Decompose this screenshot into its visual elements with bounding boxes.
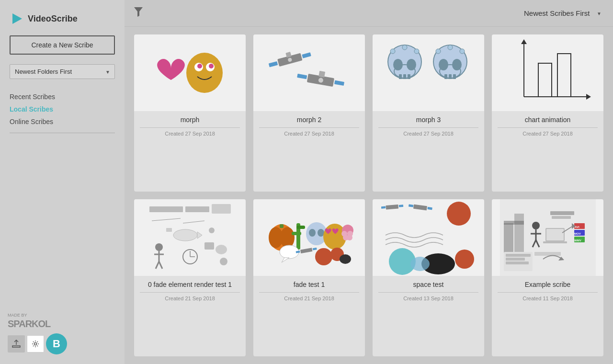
svg-rect-64 bbox=[166, 228, 172, 232]
sidebar-item-recent[interactable]: Recent Scribes bbox=[10, 91, 115, 103]
svg-rect-45 bbox=[557, 54, 571, 97]
scribes-grid: morph Created 27 Sep 2018 bbox=[125, 27, 613, 364]
svg-rect-1 bbox=[12, 346, 20, 347]
svg-rect-44 bbox=[538, 63, 552, 97]
svg-rect-36 bbox=[453, 74, 456, 79]
settings-button[interactable] bbox=[27, 335, 44, 353]
scribe-thumbnail-chart bbox=[492, 34, 603, 111]
scribe-thumbnail-example: AVI MOV WMV bbox=[492, 199, 603, 276]
sidebar-item-local[interactable]: Local Scribes bbox=[10, 103, 115, 115]
scribe-date-morph2: Created 27 Sep 2018 bbox=[259, 131, 359, 136]
sort-dropdown[interactable]: Newest Scribes First Oldest Scribes Firs… bbox=[519, 6, 603, 20]
svg-point-75 bbox=[309, 229, 316, 237]
fade-test1-thumbnail-svg bbox=[261, 199, 357, 276]
svg-point-76 bbox=[318, 229, 324, 237]
svg-rect-24 bbox=[399, 74, 402, 79]
upload-button[interactable] bbox=[8, 335, 25, 353]
scribe-info-morph: morph Created 27 Sep 2018 bbox=[134, 111, 246, 192]
made-by-label: MADE BY SPARKOL bbox=[8, 313, 67, 330]
svg-line-54 bbox=[156, 262, 159, 269]
filter-funnel-icon bbox=[134, 7, 143, 17]
b-badge[interactable]: B bbox=[46, 333, 67, 354]
scribe-name-morph3: morph 3 bbox=[378, 116, 478, 124]
svg-point-51 bbox=[155, 243, 163, 251]
svg-rect-96 bbox=[427, 207, 432, 210]
sidebar-item-online[interactable]: Online Scribes bbox=[10, 115, 115, 128]
svg-rect-127 bbox=[506, 262, 529, 264]
svg-point-27 bbox=[390, 49, 395, 54]
svg-rect-47 bbox=[185, 206, 209, 212]
scribe-info-morph2: morph 2 Created 27 Sep 2018 bbox=[253, 111, 365, 192]
scribe-name-chart: chart animation bbox=[498, 116, 598, 124]
svg-point-29 bbox=[402, 45, 407, 50]
scribe-date-space-test: Created 13 Sep 2018 bbox=[378, 296, 478, 301]
folder-sort-dropdown[interactable]: Newest Folders First Oldest Folders Firs… bbox=[10, 64, 115, 79]
scribe-name-fade-test1: fade test 1 bbox=[259, 281, 359, 288]
svg-rect-35 bbox=[449, 74, 452, 79]
scribe-divider bbox=[259, 127, 359, 128]
scribe-date-fade-test1: Created 21 Sep 2018 bbox=[259, 296, 359, 301]
svg-point-39 bbox=[448, 45, 453, 50]
svg-point-3 bbox=[34, 343, 37, 345]
svg-rect-125 bbox=[506, 254, 531, 257]
svg-point-5 bbox=[186, 53, 223, 93]
scribe-info-space-test: space test Created 13 Sep 2018 bbox=[373, 276, 484, 356]
scribe-card-morph2[interactable]: morph 2 Created 27 Sep 2018 bbox=[253, 34, 365, 192]
scribe-thumbnail-morph2 bbox=[253, 34, 365, 111]
svg-rect-114 bbox=[550, 211, 574, 215]
sort-select[interactable]: Newest Scribes First Oldest Scribes Firs… bbox=[519, 6, 603, 20]
svg-point-100 bbox=[455, 250, 474, 269]
svg-rect-91 bbox=[386, 205, 398, 210]
scribe-card-example[interactable]: AVI MOV WMV bbox=[492, 199, 603, 356]
svg-rect-85 bbox=[300, 248, 312, 253]
scribe-info-fade-test1: fade test 1 Created 21 Sep 2018 bbox=[253, 276, 365, 356]
fade-test-thumbnail-svg bbox=[142, 199, 238, 276]
svg-text:MOV: MOV bbox=[574, 232, 581, 235]
svg-rect-71 bbox=[292, 232, 301, 235]
scribe-date-fade-test: Created 21 Sep 2018 bbox=[140, 296, 240, 301]
svg-text:WMV: WMV bbox=[574, 239, 581, 242]
svg-point-22 bbox=[393, 59, 403, 70]
scribe-thumbnail-fade-test bbox=[134, 199, 246, 276]
svg-rect-26 bbox=[408, 74, 410, 79]
scribe-card-space-test[interactable]: space test Created 13 Sep 2018 bbox=[373, 199, 484, 356]
scribe-divider bbox=[259, 292, 359, 293]
svg-rect-128 bbox=[534, 252, 561, 256]
nav-list: Recent Scribes Local Scribes Online Scri… bbox=[0, 91, 125, 128]
svg-rect-94 bbox=[413, 205, 427, 211]
svg-marker-42 bbox=[586, 94, 591, 100]
top-bar: Newest Scribes First Oldest Scribes Firs… bbox=[125, 0, 613, 27]
scribe-card-chart[interactable]: chart animation Created 27 Sep 2018 bbox=[492, 34, 603, 192]
svg-marker-84 bbox=[282, 258, 289, 262]
scribe-card-morph3[interactable]: morph 3 Created 27 Sep 2018 bbox=[373, 34, 484, 192]
folder-sort-select[interactable]: Newest Folders First Oldest Folders Firs… bbox=[10, 64, 115, 79]
svg-rect-48 bbox=[212, 204, 231, 214]
svg-rect-12 bbox=[302, 52, 311, 58]
sidebar: VideoScribe Create a New Scribe Newest F… bbox=[0, 0, 125, 364]
svg-marker-43 bbox=[521, 39, 527, 44]
scribe-divider bbox=[498, 127, 598, 128]
svg-rect-87 bbox=[312, 248, 317, 250]
scribe-date-morph3: Created 27 Sep 2018 bbox=[378, 131, 478, 136]
scribe-name-space-test: space test bbox=[378, 281, 478, 288]
create-new-scribe-button[interactable]: Create a New Scribe bbox=[10, 35, 115, 55]
filter-icon[interactable] bbox=[134, 7, 143, 19]
svg-rect-105 bbox=[504, 221, 524, 225]
scribe-info-chart: chart animation Created 27 Sep 2018 bbox=[492, 111, 603, 192]
svg-rect-113 bbox=[543, 241, 567, 243]
scribe-card-fade-test[interactable]: 0 fade element render test 1 Created 21 … bbox=[134, 199, 246, 356]
logo-area: VideoScribe bbox=[0, 8, 125, 35]
svg-marker-63 bbox=[197, 232, 202, 239]
svg-point-90 bbox=[340, 254, 351, 264]
svg-marker-0 bbox=[12, 13, 22, 24]
bottom-icons-row: B bbox=[8, 333, 67, 354]
scribe-card-fade-test1[interactable]: fade test 1 Created 21 Sep 2018 bbox=[253, 199, 365, 356]
svg-rect-11 bbox=[268, 61, 277, 67]
svg-point-62 bbox=[173, 229, 197, 241]
svg-point-37 bbox=[436, 49, 441, 54]
svg-rect-34 bbox=[444, 74, 447, 79]
scribe-card-morph[interactable]: morph Created 27 Sep 2018 bbox=[134, 34, 246, 192]
svg-rect-46 bbox=[149, 206, 183, 212]
svg-rect-95 bbox=[408, 204, 413, 207]
scribe-divider bbox=[498, 292, 598, 293]
